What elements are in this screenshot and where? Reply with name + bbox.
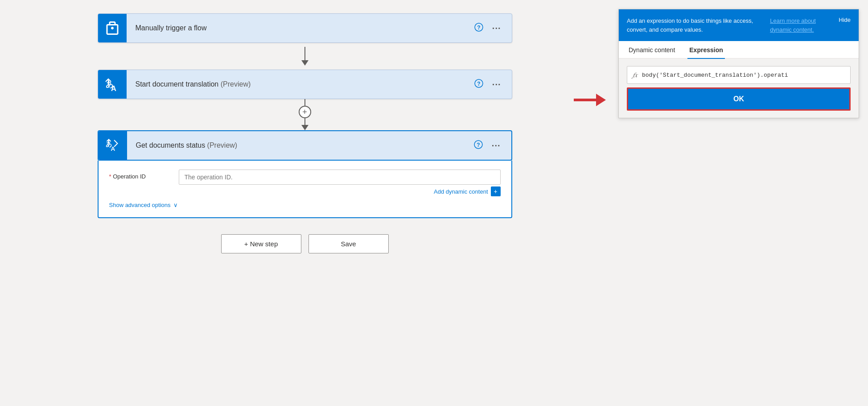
save-button[interactable]: Save bbox=[309, 234, 389, 253]
new-step-button[interactable]: + New step bbox=[221, 234, 301, 253]
right-panel: Add an expression to do basic things lik… bbox=[609, 0, 868, 406]
add-step-button[interactable]: + bbox=[299, 106, 311, 118]
flow-canvas: Manually trigger a flow ? ··· あ A Start … bbox=[0, 0, 609, 406]
show-advanced-options[interactable]: Show advanced options ∨ bbox=[109, 202, 501, 208]
operation-id-input[interactable] bbox=[179, 170, 501, 185]
status-step-content: * Operation ID Add dynamic content + Sho… bbox=[98, 161, 512, 218]
translation-help-button[interactable]: ? bbox=[473, 77, 485, 92]
dynamic-content-row: Add dynamic content + bbox=[179, 186, 501, 196]
svg-text:?: ? bbox=[477, 81, 480, 87]
operation-id-row: * Operation ID Add dynamic content + bbox=[109, 170, 501, 196]
translation-block[interactable]: あ A Start document translation (Preview)… bbox=[98, 70, 512, 99]
trigger-help-button[interactable]: ? bbox=[473, 21, 485, 36]
plus-connector: + bbox=[299, 99, 311, 130]
dynamic-content-panel: Add an expression to do basic things lik… bbox=[618, 9, 859, 118]
panel-body: 𝑓𝑥 body('Start_document_translation').op… bbox=[619, 59, 859, 118]
translation-actions: ? ··· bbox=[473, 77, 512, 92]
translation-more-button[interactable]: ··· bbox=[490, 78, 503, 91]
dynamic-content-plus-button[interactable]: + bbox=[491, 186, 501, 196]
translation-icon: あ A bbox=[98, 70, 127, 99]
trigger-icon bbox=[98, 14, 127, 42]
dynamic-panel-description: Add an expression to do basic things lik… bbox=[627, 17, 769, 34]
status-help-button[interactable]: ? bbox=[472, 138, 485, 153]
hide-button[interactable]: Hide bbox=[839, 17, 851, 23]
svg-text:?: ? bbox=[477, 25, 480, 31]
status-icon: あ A bbox=[99, 131, 127, 160]
operation-id-label: * Operation ID bbox=[109, 170, 172, 180]
tab-expression[interactable]: Expression bbox=[687, 41, 724, 59]
ok-button[interactable]: OK bbox=[627, 87, 851, 111]
status-actions: ? ··· bbox=[472, 138, 511, 153]
trigger-actions: ? ··· bbox=[473, 21, 512, 36]
svg-text:A: A bbox=[111, 84, 116, 92]
status-block[interactable]: あ A Get documents status (Preview) ? ··· bbox=[98, 130, 512, 161]
red-arrow bbox=[574, 94, 606, 106]
svg-text:?: ? bbox=[477, 142, 480, 148]
expression-input-row: 𝑓𝑥 body('Start_document_translation').op… bbox=[627, 66, 851, 84]
connector-1 bbox=[301, 43, 309, 70]
learn-more-link[interactable]: Learn more about dynamic content. bbox=[770, 17, 833, 34]
trigger-more-button[interactable]: ··· bbox=[490, 21, 503, 35]
operation-id-input-wrap: Add dynamic content + bbox=[179, 170, 501, 196]
translation-title: Start document translation (Preview) bbox=[127, 80, 473, 88]
dynamic-panel-header: Add an expression to do basic things lik… bbox=[619, 9, 859, 41]
bottom-buttons: + New step Save bbox=[221, 234, 389, 253]
tab-dynamic-content[interactable]: Dynamic content bbox=[627, 41, 677, 59]
expression-value[interactable]: body('Start_document_translation').opera… bbox=[642, 72, 845, 79]
status-title: Get documents status (Preview) bbox=[127, 141, 472, 149]
fx-label: 𝑓𝑥 bbox=[633, 71, 638, 79]
status-more-button[interactable]: ··· bbox=[490, 139, 502, 153]
trigger-title: Manually trigger a flow bbox=[127, 24, 473, 32]
trigger-block[interactable]: Manually trigger a flow ? ··· bbox=[98, 13, 512, 43]
add-dynamic-content-link[interactable]: Add dynamic content bbox=[434, 188, 488, 195]
panel-tabs: Dynamic content Expression bbox=[619, 41, 859, 59]
